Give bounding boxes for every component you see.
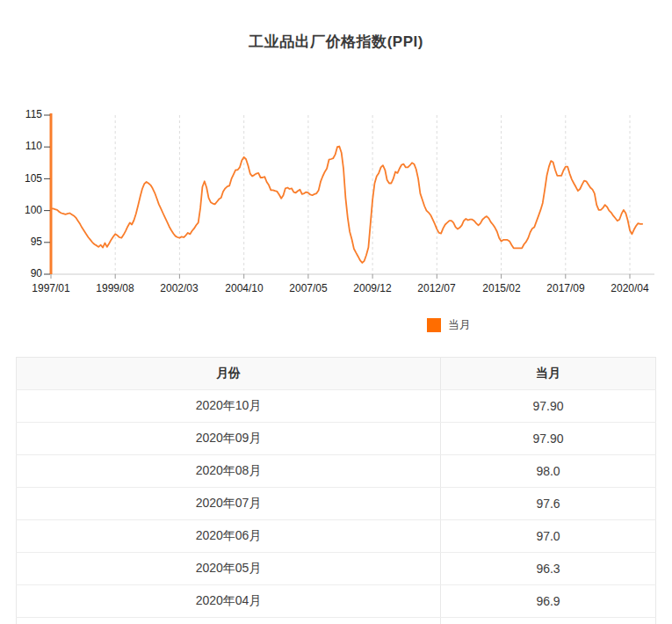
table-row: 2020年07月 97.6: [17, 488, 656, 520]
legend-swatch-icon: [427, 318, 441, 332]
x-axis-label: 1997/01: [16, 282, 86, 294]
y-axis-label: 90: [0, 267, 42, 279]
table-row: 2020年05月 96.3: [17, 553, 656, 585]
cell-month: [17, 618, 441, 624]
column-header-value: 当月: [441, 358, 656, 390]
cell-value: 96.9: [441, 585, 656, 618]
cell-month: 2020年10月: [17, 390, 441, 423]
table-row: 2020年04月 96.9: [17, 585, 656, 618]
table-row-partial: [17, 618, 656, 624]
cell-value: 98.0: [441, 455, 656, 488]
cell-value: [441, 618, 656, 624]
cell-month: 2020年07月: [17, 488, 441, 520]
legend-item-dangyue[interactable]: 当月: [427, 317, 471, 333]
x-axis-label: 2007/05: [273, 282, 343, 294]
cell-value: 96.3: [441, 553, 656, 585]
series-line-dangyue: [51, 147, 642, 264]
table-row: 2020年09月 97.90: [17, 423, 656, 455]
x-axis-label: 2017/09: [531, 282, 601, 294]
ppi-data-table: 月份 当月 2020年10月 97.90 2020年09月 97.90 2020…: [16, 357, 656, 624]
ppi-page: 工业品出厂价格指数(PPI) 115 110 105 100 95 90 199…: [0, 0, 672, 624]
x-axis-label: 2002/03: [144, 282, 214, 294]
axis-ticks: [44, 115, 630, 279]
x-axis-label: 2015/02: [466, 282, 537, 294]
cell-month: 2020年06月: [17, 520, 441, 553]
x-axis-label: 2004/10: [209, 282, 279, 294]
chart-canvas: [0, 0, 672, 352]
legend-label: 当月: [448, 318, 471, 332]
cell-value: 97.0: [441, 520, 656, 553]
x-axis-label: 1999/08: [80, 282, 150, 294]
cell-month: 2020年09月: [17, 423, 441, 455]
cell-month: 2020年08月: [17, 455, 441, 488]
x-axis-label: 2009/12: [337, 282, 408, 294]
table-row: 2020年06月 97.0: [17, 520, 656, 553]
y-axis-label: 110: [0, 140, 42, 152]
y-axis-label: 105: [0, 172, 42, 185]
y-axis-label: 95: [0, 236, 42, 248]
x-axis-label: 2012/07: [401, 282, 472, 294]
table-row: 2020年08月 98.0: [17, 455, 656, 488]
cell-value: 97.90: [441, 423, 656, 455]
table-header-row: 月份 当月: [17, 358, 656, 390]
column-header-month: 月份: [17, 358, 441, 390]
cell-value: 97.6: [441, 488, 656, 520]
x-axis-label: 2020/04: [595, 282, 665, 294]
cell-month: 2020年04月: [17, 585, 441, 618]
y-axis-label: 115: [0, 108, 42, 120]
cell-month: 2020年05月: [17, 553, 441, 585]
y-axis-label: 100: [0, 204, 42, 216]
cell-value: 97.90: [441, 390, 656, 423]
table-row: 2020年10月 97.90: [17, 390, 656, 423]
